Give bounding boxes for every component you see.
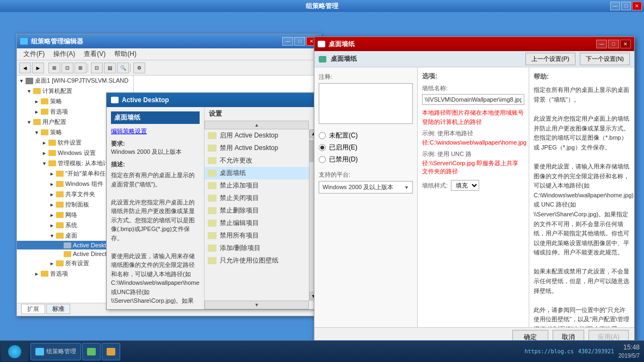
wd-left-panel: 注释: 未配置(C) 已启用(E): [314, 67, 418, 327]
start-button[interactable]: [1, 342, 28, 361]
ad-menu-wallpaper[interactable]: 桌面墙纸: [205, 167, 309, 179]
cancel-button[interactable]: 取消: [553, 330, 584, 340]
ad-menu-add-remove[interactable]: 添加/删除项目: [205, 242, 309, 254]
tb-back[interactable]: ◄: [19, 63, 31, 73]
wd-right-panel: 帮助: 指定在所有用户的桌面上显示的桌面背景（"墙纸"）。 此设置允许您指定用户…: [529, 67, 634, 327]
taskbar-url: https://blog.cs: [525, 348, 574, 354]
main-title: 组策略管理: [306, 2, 338, 11]
ad-req-value: Windows 2000 及以上版本: [111, 148, 200, 156]
tb-btn6[interactable]: 🔍: [117, 63, 129, 73]
note-textarea[interactable]: [319, 83, 413, 124]
desktop: 激活 Windows 转到"控制面板"以激活 Windows。 组策略管理编辑器…: [0, 12, 644, 340]
ad-req-label: 要求:: [111, 140, 200, 148]
example-unc: 示例: 使用 UNC 路: [422, 150, 524, 158]
wallpaper-nav: 桌面墙纸 上一个设置(P) 下一个设置(N): [314, 51, 634, 67]
ad-menu-no-delete[interactable]: 禁止删除项目: [205, 204, 309, 217]
ad-menu-no-close[interactable]: 禁止关闭项目: [205, 192, 309, 204]
tb-btn4[interactable]: ⊡: [91, 63, 103, 73]
ad-menu-disable[interactable]: 禁用 Active Desktop: [205, 142, 309, 154]
example-local: 示例: 使用本地路径: [422, 129, 524, 138]
menu-file[interactable]: 文件(F): [19, 48, 49, 60]
gpo-editor-title: 组策略管理编辑器: [31, 37, 282, 46]
tb-btn1[interactable]: ⊞: [48, 63, 60, 73]
gpo-editor-titlebar[interactable]: 组策略管理编辑器 — □ ✕: [17, 34, 320, 48]
path-unc-value: 径:\\Server\Corp.jpg 即服务器上共享文件夹的路径: [422, 159, 524, 176]
wd-middle-panel: 选项: 墙纸名称: 本地路径即图片存储在本地使用域账号登陆的计算机上的路径 示例…: [418, 67, 529, 327]
gpo-editor-icon: [20, 38, 28, 45]
gpe-minimize[interactable]: —: [282, 37, 293, 46]
help-text: 指定在所有用户的桌面上显示的桌面背景（"墙纸"）。 此设置允许您指定用户桌面上的…: [534, 85, 630, 327]
wallpaper-dialog: 桌面墙纸 — □ ✕ 桌面墙纸 上一个设置(P) 下一个设置(N) 注释:: [314, 36, 635, 340]
ad-menu-enable[interactable]: 启用 Active Desktop: [205, 129, 309, 142]
radio-disabled[interactable]: 已禁用(D): [319, 155, 413, 164]
ad-header-icon: [111, 97, 119, 103]
app2-icon: [87, 348, 96, 355]
wallpaper-nav-icon: [319, 56, 326, 63]
ad-menu-disable-all[interactable]: 禁用所有项目: [205, 229, 309, 242]
taskbar-apps: 组策略管理: [30, 343, 525, 360]
tb-btn3[interactable]: ⊞: [75, 63, 86, 73]
tree-root[interactable]: ▼ 桌面1 [WIN-C9PJTIVSLVM.SLAND: [17, 76, 133, 86]
wd-minimize[interactable]: —: [596, 40, 607, 48]
wallpaper-name-label: 墙纸名称:: [422, 84, 524, 92]
tab-standard[interactable]: 标准: [46, 304, 70, 314]
platform-section: 支持的平台: Windows 2000 及以上版本 ▼: [319, 171, 413, 194]
taskbar-app-2[interactable]: [82, 343, 101, 360]
wallpaper-name-input[interactable]: [422, 94, 524, 105]
ad-description: 指定在所有用户的桌面上显示的桌面背景("墙纸")。 此设置允许您指定用户桌面上的…: [111, 171, 200, 305]
taskbar-time: 15:48 2019/5/7: [618, 343, 640, 360]
options-label: 选项:: [422, 72, 524, 81]
ad-menu-no-edit[interactable]: 禁止编辑项目: [205, 217, 309, 229]
ad-menu-no-change[interactable]: 不允许更改: [205, 154, 309, 167]
wallpaper-dialog-title: 桌面墙纸: [329, 40, 596, 49]
wd-maximize[interactable]: □: [608, 40, 619, 48]
gpe-maximize[interactable]: □: [294, 37, 305, 46]
tb-btn5[interactable]: ▤: [104, 63, 116, 73]
tree-root-label: 桌面1 [WIN-C9PJTIVSLVM.SLAND: [35, 77, 128, 85]
wallpaper-dialog-icon: [318, 41, 325, 47]
app3-icon: [107, 348, 115, 355]
path-local-value: 径:C:\windows\web\wallpaper\home.jpg: [422, 139, 524, 147]
ad-popup-header: Active Desktop: [107, 93, 318, 107]
wd-close[interactable]: ✕: [620, 40, 631, 48]
minimize-button[interactable]: —: [610, 2, 620, 10]
scroll-up[interactable]: ▲: [205, 121, 309, 129]
taskbar-url2: 4302/393921: [578, 348, 614, 354]
prev-setting-btn[interactable]: 上一个设置(P): [525, 53, 575, 65]
tb-btn2[interactable]: ⊡: [61, 63, 73, 73]
ok-button[interactable]: 确定: [512, 330, 548, 340]
ad-settings-header: 设置: [205, 107, 318, 121]
wallpaper-nav-label: 桌面墙纸: [331, 54, 521, 64]
menu-view[interactable]: 查看(V): [79, 48, 110, 60]
help-title: 帮助:: [534, 72, 630, 82]
platform-value: Windows 2000 及以上版本 ▼: [319, 181, 413, 194]
tb-forward[interactable]: ►: [32, 63, 44, 73]
ad-menu-bitmap-only[interactable]: 只允许使用位图壁纸: [205, 254, 309, 267]
apply-button[interactable]: 应用(A): [589, 330, 629, 340]
gpo-toolbar: ◄ ► ⊞ ⊡ ⊞ ⊡ ▤ 🔍 ⚙: [17, 60, 320, 76]
radio-not-configured[interactable]: 未配置(C): [319, 131, 413, 140]
start-icon: [8, 345, 21, 358]
menu-action[interactable]: 操作(A): [49, 48, 79, 60]
taskbar: 组策略管理 https://blog.cs 4302/393921 15:48 …: [0, 340, 644, 362]
close-button[interactable]: ✕: [632, 2, 642, 10]
tb-btn7[interactable]: ⚙: [133, 63, 145, 73]
ad-desc-label: 描述:: [111, 160, 200, 168]
scroll-down[interactable]: ▼: [205, 301, 309, 309]
platform-label: 支持的平台:: [319, 171, 413, 179]
style-row: 墙纸样式: 填充 平铺 居中 拉伸: [422, 180, 524, 191]
taskbar-app-3[interactable]: [102, 343, 120, 360]
ad-menu-no-add[interactable]: 禁止添加项目: [205, 179, 309, 192]
wallpaper-titlebar[interactable]: 桌面墙纸 — □ ✕: [314, 37, 634, 51]
gpo-menubar: 文件(F) 操作(A) 查看(V) 帮助(H): [17, 48, 320, 60]
menu-help[interactable]: 帮助(H): [110, 48, 141, 60]
style-select[interactable]: 填充 平铺 居中 拉伸: [451, 180, 479, 191]
taskbar-app-1[interactable]: 组策略管理: [30, 343, 81, 360]
ad-link[interactable]: 编辑策略设置: [111, 127, 200, 135]
tab-expand[interactable]: 扩展: [21, 304, 45, 314]
next-setting-btn[interactable]: 下一个设置(N): [580, 53, 630, 65]
main-titlebar: 组策略管理 — □ ✕: [0, 0, 644, 12]
style-label: 墙纸样式:: [422, 182, 448, 190]
radio-enabled[interactable]: 已启用(E): [319, 143, 413, 152]
maximize-button[interactable]: □: [621, 2, 631, 10]
